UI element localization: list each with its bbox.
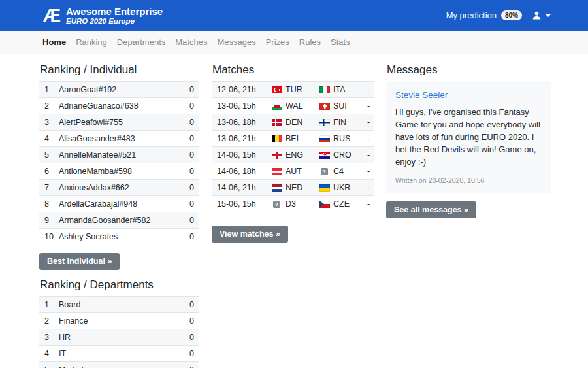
brand-text: Awesome Enterprise EURO 2020 Europe <box>66 6 163 25</box>
rank-cell: 4 <box>44 349 59 358</box>
away-team: FIN <box>319 118 367 127</box>
header-right: My prediction 80% <box>446 10 551 21</box>
player-name-cell: AnxiousAddax#662 <box>59 183 189 192</box>
away-flag-icon <box>319 86 330 93</box>
score-cell: 0 <box>189 333 194 342</box>
match-score: - <box>367 134 370 143</box>
score-cell: 0 <box>189 167 194 176</box>
home-flag-icon <box>273 201 280 208</box>
match-score: - <box>367 183 370 192</box>
matches-title: Matches <box>212 63 374 76</box>
my-prediction-link[interactable]: My prediction <box>446 10 497 20</box>
table-row: 3 HR 0 <box>39 329 199 345</box>
score-cell: 0 <box>189 349 194 358</box>
brand-subtitle: EURO 2020 Europe <box>66 17 163 25</box>
messages-title: Messages <box>387 63 551 76</box>
table-row: 1 AaronGoat#192 0 <box>39 81 199 97</box>
home-flag-icon <box>272 103 282 110</box>
rank-cell: 7 <box>44 183 59 192</box>
player-name-cell: AaronGoat#192 <box>59 85 189 94</box>
away-team-code: CRO <box>333 150 351 159</box>
rank-cell: 2 <box>44 316 59 326</box>
rank-cell: 1 <box>44 300 59 309</box>
match-row: 13-06, 21h BEL RUS - <box>212 130 374 146</box>
match-row: 13-06, 18h DEN FIN - <box>212 114 374 130</box>
ranking-departments-title: Ranking / Departments <box>40 278 199 292</box>
nav-item[interactable]: Home <box>42 37 66 47</box>
away-flag-icon <box>319 184 330 192</box>
player-name-cell: Ashley Socrates <box>59 232 189 241</box>
away-team: CRO <box>319 150 367 159</box>
score-cell: 0 <box>189 365 194 368</box>
match-score: - <box>367 118 370 127</box>
nav-item[interactable]: Ranking <box>76 37 107 47</box>
away-team-code: CZE <box>333 199 350 209</box>
table-row: 5 Marketing 0 <box>39 361 199 368</box>
away-team-code: UKR <box>333 183 350 192</box>
match-score: - <box>367 101 370 110</box>
main-content: Ranking / Individual 1 AaronGoat#192 0 2… <box>0 54 588 368</box>
home-team-code: ENG <box>286 150 303 159</box>
rank-cell: 10 <box>44 232 59 241</box>
rank-cell: 1 <box>44 85 59 94</box>
away-flag-icon <box>319 103 330 110</box>
home-team: BEL <box>272 134 319 143</box>
away-team-code: RUS <box>333 134 350 143</box>
department-name-cell: Marketing <box>59 365 189 368</box>
home-team-code: WAL <box>286 101 303 110</box>
home-team: NED <box>272 183 319 192</box>
table-row: 6 AntioneMamba#598 0 <box>39 163 199 179</box>
away-flag-icon <box>319 152 330 159</box>
table-row: 1 Board 0 <box>39 296 199 312</box>
table-row: 10 Ashley Socrates 0 <box>39 228 199 244</box>
nav-item[interactable]: Stats <box>331 37 350 47</box>
home-flag-icon <box>272 119 282 126</box>
nav-item[interactable]: Messages <box>217 37 255 47</box>
score-cell: 0 <box>189 134 194 143</box>
table-row: 9 ArmandaGoosander#582 0 <box>39 212 199 228</box>
match-datetime: 14-06, 21h <box>217 183 272 192</box>
see-all-messages-button[interactable]: See all messages » <box>386 201 476 218</box>
nav-item[interactable]: Prizes <box>266 37 289 47</box>
nav-item[interactable]: Matches <box>175 37 207 47</box>
match-row: 14-06, 21h NED UKR - <box>212 179 374 195</box>
department-name-cell: Finance <box>59 316 189 326</box>
rank-cell: 3 <box>44 333 59 342</box>
match-row: 13-06, 15h WAL SUI - <box>212 97 374 114</box>
matches-table: 12-06, 21h TUR ITA - 13-06, 15h <box>212 81 374 212</box>
match-score: - <box>367 85 370 94</box>
away-team: RUS <box>319 134 367 143</box>
score-cell: 0 <box>189 300 194 309</box>
home-team: TUR <box>272 85 319 94</box>
away-team-code: ITA <box>333 85 346 94</box>
player-name-cell: AlertPeafowl#755 <box>59 118 189 127</box>
message-author-link[interactable]: Stevie Seeler <box>395 90 448 100</box>
home-team-code: TUR <box>286 85 302 94</box>
match-row: 12-06, 21h TUR ITA - <box>212 81 374 97</box>
match-row: 15-06, 15h D3 CZE - <box>212 195 374 212</box>
table-row: 7 AnxiousAddax#662 0 <box>39 179 199 195</box>
user-menu[interactable] <box>531 10 551 21</box>
match-datetime: 13-06, 21h <box>217 134 272 143</box>
match-datetime: 14-06, 15h <box>217 150 272 159</box>
table-row: 4 AlisaGoosander#483 0 <box>39 130 199 146</box>
department-name-cell: Board <box>59 300 189 309</box>
nav-item[interactable]: Rules <box>299 37 321 47</box>
home-flag-icon <box>272 168 282 175</box>
messages-column: Messages Stevie Seeler Hi guys, I've org… <box>386 63 551 368</box>
rank-cell: 4 <box>44 134 59 143</box>
message-card: Stevie Seeler Hi guys, I've organised th… <box>386 81 551 193</box>
rank-cell: 2 <box>44 101 59 110</box>
ranking-column: Ranking / Individual 1 AaronGoat#192 0 2… <box>39 63 199 368</box>
brand-logo-icon: Æ <box>43 7 59 25</box>
home-team: DEN <box>272 118 319 127</box>
best-individual-button[interactable]: Best individual » <box>39 253 120 270</box>
away-flag-icon <box>319 135 330 142</box>
home-flag-icon <box>272 135 282 142</box>
away-flag-icon <box>321 168 328 175</box>
match-score: - <box>367 150 370 159</box>
nav-item[interactable]: Departments <box>117 37 165 47</box>
view-matches-button[interactable]: View matches » <box>212 226 288 243</box>
table-row: 8 ArdellaCarabajal#948 0 <box>39 195 199 212</box>
match-datetime: 15-06, 15h <box>217 199 272 209</box>
